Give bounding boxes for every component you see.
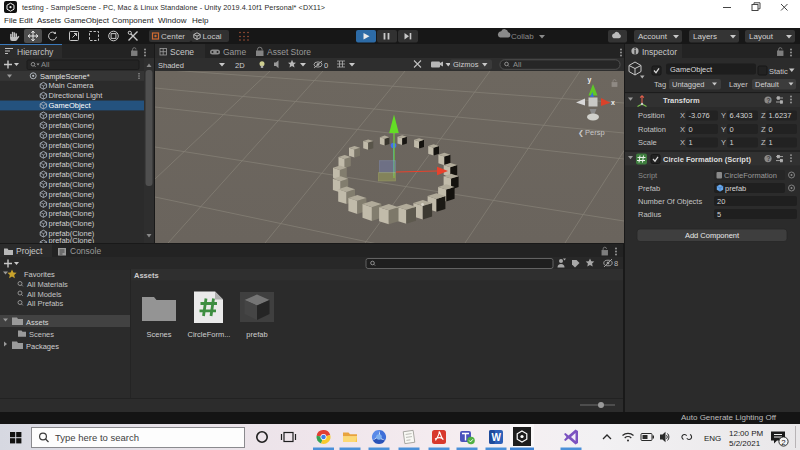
svg-text:Add Component: Add Component: [685, 231, 740, 240]
svg-text:CircleFormation: CircleFormation: [724, 171, 777, 180]
svg-text:Z: Z: [761, 125, 766, 134]
svg-text:prefab(Clone): prefab(Clone): [49, 219, 95, 228]
svg-text:Untagged: Untagged: [672, 80, 705, 89]
svg-text:Z: Z: [761, 111, 766, 120]
svg-text:5/2/2021: 5/2/2021: [729, 439, 761, 448]
svg-text:SampleScene*: SampleScene*: [40, 72, 90, 81]
svg-text:1: 1: [769, 138, 773, 147]
svg-text:Center: Center: [161, 32, 185, 41]
svg-text:All Models: All Models: [27, 290, 62, 299]
svg-text:Position: Position: [638, 111, 665, 120]
svg-text:X: X: [680, 125, 685, 134]
svg-text:Scale: Scale: [638, 138, 657, 147]
svg-text:All: All: [513, 60, 522, 69]
svg-text:All: All: [41, 60, 50, 69]
svg-text:Script: Script: [638, 171, 658, 180]
svg-text:Scenes: Scenes: [146, 330, 171, 339]
svg-text:Prefab: Prefab: [638, 184, 660, 193]
svg-text:2: 2: [781, 438, 786, 447]
svg-text:Main Camera: Main Camera: [49, 81, 95, 90]
svg-text:GameObject: GameObject: [49, 101, 92, 110]
svg-text:prefab(Clone): prefab(Clone): [49, 180, 95, 189]
svg-text:Rotation: Rotation: [638, 125, 666, 134]
svg-text:GameObject: GameObject: [670, 65, 713, 74]
svg-text:Default: Default: [755, 80, 780, 89]
svg-text:6.4303: 6.4303: [730, 111, 753, 120]
svg-text:1: 1: [730, 138, 734, 147]
svg-text:❮: ❮: [578, 129, 584, 137]
svg-text:Y: Y: [721, 125, 726, 134]
svg-text:Scene: Scene: [170, 47, 194, 57]
svg-text:-3.076: -3.076: [689, 111, 710, 120]
svg-text:All Prefabs: All Prefabs: [27, 299, 64, 308]
svg-text:Hierarchy: Hierarchy: [17, 47, 54, 57]
svg-text:Layers: Layers: [693, 32, 717, 41]
svg-text:prefab(Clone): prefab(Clone): [49, 160, 95, 169]
svg-text:Y: Y: [721, 138, 726, 147]
svg-text:prefab: prefab: [725, 184, 746, 193]
svg-text:x: x: [611, 99, 615, 106]
svg-text:12:00 PM: 12:00 PM: [729, 429, 764, 438]
svg-text:W: W: [491, 432, 501, 443]
svg-text:Y: Y: [721, 111, 726, 120]
svg-text:2D: 2D: [235, 61, 245, 70]
svg-text:ENG: ENG: [704, 434, 721, 443]
svg-text:Transform: Transform: [663, 96, 700, 105]
svg-text:Number Of Objects: Number Of Objects: [638, 197, 702, 206]
svg-text:Favorites: Favorites: [24, 270, 55, 279]
svg-text:Persp: Persp: [585, 128, 605, 137]
svg-text:prefab(Clone): prefab(Clone): [49, 150, 95, 159]
svg-text:Console: Console: [70, 246, 101, 256]
svg-text:prefab(Clone): prefab(Clone): [49, 200, 95, 209]
svg-text:Assets: Assets: [134, 271, 159, 280]
svg-text:prefab(Clone): prefab(Clone): [49, 190, 95, 199]
svg-text:Circle Formation (Script): Circle Formation (Script): [663, 155, 751, 164]
svg-text:Shaded: Shaded: [158, 61, 184, 70]
svg-text:?: ?: [766, 155, 770, 162]
svg-text:Layer: Layer: [729, 80, 748, 89]
svg-text:Static: Static: [769, 67, 788, 76]
svg-text:Project: Project: [16, 246, 43, 256]
svg-text:Radius: Radius: [638, 210, 662, 219]
svg-text:Packages: Packages: [26, 342, 59, 351]
svg-text:Asset Store: Asset Store: [267, 47, 311, 57]
svg-text:Inspector: Inspector: [642, 47, 677, 57]
svg-text:Directional Light: Directional Light: [49, 91, 104, 100]
svg-text:Tag: Tag: [654, 80, 666, 89]
svg-text:1: 1: [689, 138, 693, 147]
svg-text:prefab(Clone): prefab(Clone): [49, 111, 95, 120]
svg-text:Game: Game: [223, 47, 246, 57]
svg-text:20: 20: [717, 197, 725, 206]
svg-text:prefab(Clone): prefab(Clone): [49, 121, 95, 130]
svg-text:Collab: Collab: [511, 32, 534, 41]
svg-text:1.6237: 1.6237: [769, 111, 792, 120]
svg-text:All Materials: All Materials: [27, 280, 68, 289]
svg-text:0: 0: [730, 125, 734, 134]
svg-text:Gizmos: Gizmos: [453, 60, 479, 69]
svg-text:prefab(Clone): prefab(Clone): [49, 131, 95, 140]
svg-text:Type here to search: Type here to search: [55, 432, 139, 443]
svg-text:CircleForm...: CircleForm...: [188, 330, 231, 339]
svg-text:prefab(Clone): prefab(Clone): [49, 236, 95, 243]
svg-text:prefab: prefab: [246, 330, 267, 339]
svg-text:0: 0: [769, 125, 773, 134]
svg-text:prefab(Clone): prefab(Clone): [49, 170, 95, 179]
svg-text:0: 0: [324, 61, 328, 70]
svg-text:prefab(Clone): prefab(Clone): [49, 209, 95, 218]
svg-text:Assets: Assets: [26, 318, 49, 327]
svg-text:y: y: [588, 76, 592, 84]
svg-text:Account: Account: [638, 32, 668, 41]
svg-text:prefab(Clone): prefab(Clone): [49, 141, 95, 150]
svg-text:X: X: [680, 138, 685, 147]
svg-text:5: 5: [717, 210, 721, 219]
svg-text:X: X: [680, 111, 685, 120]
svg-text:Local: Local: [203, 32, 222, 41]
svg-text:Scenes: Scenes: [29, 330, 54, 339]
svg-text:Layout: Layout: [749, 32, 774, 41]
svg-text:Z: Z: [761, 138, 766, 147]
svg-text:?: ?: [766, 97, 770, 104]
svg-text:8: 8: [614, 259, 618, 268]
svg-text:0: 0: [689, 125, 693, 134]
